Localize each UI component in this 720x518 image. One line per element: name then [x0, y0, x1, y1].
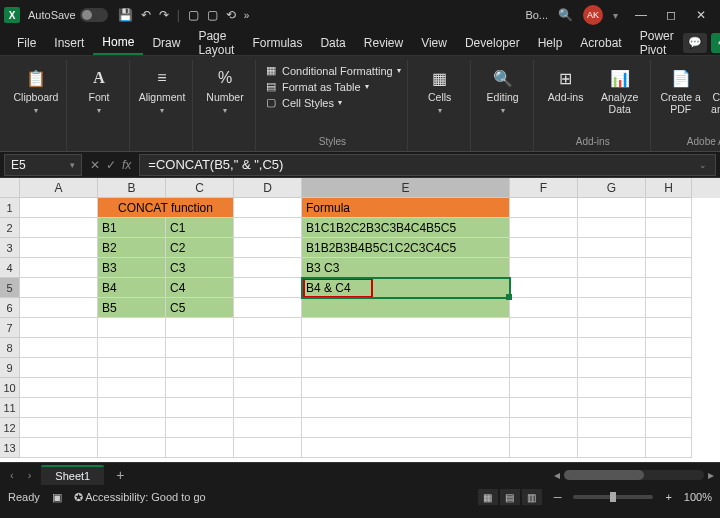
horizontal-scrollbar[interactable]: ◂ ▸ — [554, 468, 714, 482]
cell[interactable]: C1 — [166, 218, 234, 238]
cell[interactable] — [510, 398, 578, 418]
menu-tab-file[interactable]: File — [8, 32, 45, 54]
add-sheet-button[interactable]: + — [110, 467, 130, 483]
menu-tab-acrobat[interactable]: Acrobat — [571, 32, 630, 54]
cell[interactable] — [578, 358, 646, 378]
ribbon-options-icon[interactable]: ▾ — [613, 10, 618, 21]
cell[interactable] — [20, 298, 98, 318]
cell[interactable] — [510, 438, 578, 458]
cell[interactable] — [234, 298, 302, 318]
cell[interactable]: B4 & C4 — [302, 278, 510, 298]
menu-tab-home[interactable]: Home — [93, 31, 143, 55]
font-button[interactable]: AFont▾ — [75, 62, 123, 115]
cell[interactable] — [510, 378, 578, 398]
cell[interactable] — [510, 238, 578, 258]
cell[interactable]: B3 — [98, 258, 166, 278]
column-header[interactable]: A — [20, 178, 98, 198]
cell[interactable]: B4 — [98, 278, 166, 298]
close-button[interactable]: ✕ — [686, 1, 716, 29]
cell[interactable] — [20, 378, 98, 398]
cell[interactable]: Formula — [302, 198, 510, 218]
cell[interactable] — [166, 438, 234, 458]
cell[interactable] — [166, 338, 234, 358]
cell[interactable] — [234, 318, 302, 338]
expand-formula-icon[interactable]: ⌄ — [699, 160, 707, 170]
cell[interactable] — [510, 418, 578, 438]
cell[interactable] — [578, 218, 646, 238]
cell[interactable]: B1B2B3B4B5C1C2C3C4C5 — [302, 238, 510, 258]
cell[interactable] — [20, 438, 98, 458]
page-break-view-button[interactable]: ▥ — [522, 489, 542, 505]
macro-record-icon[interactable]: ▣ — [52, 491, 62, 504]
cell[interactable] — [302, 358, 510, 378]
row-header[interactable]: 10 — [0, 378, 20, 398]
cell[interactable] — [20, 258, 98, 278]
cells-button[interactable]: ▦Cells▾ — [416, 62, 464, 115]
cell[interactable] — [578, 318, 646, 338]
cell[interactable] — [234, 218, 302, 238]
cell[interactable] — [302, 338, 510, 358]
cell[interactable] — [578, 378, 646, 398]
cell[interactable] — [510, 298, 578, 318]
toggle-off-icon[interactable] — [80, 8, 108, 22]
redo-icon[interactable]: ↷ — [159, 8, 169, 22]
cell[interactable] — [578, 198, 646, 218]
cell[interactable] — [20, 398, 98, 418]
column-header[interactable]: B — [98, 178, 166, 198]
menu-tab-page-layout[interactable]: Page Layout — [189, 25, 243, 61]
row-header[interactable]: 9 — [0, 358, 20, 378]
spreadsheet-grid[interactable]: ABCDEFGH 12345678910111213 CONCAT functi… — [0, 178, 720, 462]
row-header[interactable]: 1 — [0, 198, 20, 218]
menu-tab-view[interactable]: View — [412, 32, 456, 54]
cell[interactable] — [20, 418, 98, 438]
select-all-corner[interactable] — [0, 178, 20, 198]
row-header[interactable]: 6 — [0, 298, 20, 318]
cell[interactable] — [234, 438, 302, 458]
cell[interactable] — [646, 218, 692, 238]
qat-icon[interactable]: ▢ — [207, 8, 218, 22]
qat-more-icon[interactable]: » — [244, 10, 250, 21]
cell[interactable] — [302, 438, 510, 458]
cell[interactable] — [578, 238, 646, 258]
row-header[interactable]: 8 — [0, 338, 20, 358]
document-title[interactable]: Bo... — [525, 9, 548, 21]
menu-tab-review[interactable]: Review — [355, 32, 412, 54]
cell[interactable] — [578, 398, 646, 418]
cell[interactable] — [234, 258, 302, 278]
qat-icon[interactable]: ▢ — [188, 8, 199, 22]
editing-button[interactable]: 🔍Editing▾ — [479, 62, 527, 115]
name-box[interactable]: E5▾ — [4, 154, 82, 176]
cell[interactable] — [20, 238, 98, 258]
row-header[interactable]: 11 — [0, 398, 20, 418]
cell[interactable] — [166, 358, 234, 378]
zoom-slider[interactable] — [573, 495, 653, 499]
zoom-out-button[interactable]: ─ — [554, 491, 562, 503]
cell[interactable]: CONCAT function — [98, 198, 234, 218]
cell[interactable] — [98, 398, 166, 418]
zoom-in-button[interactable]: + — [665, 491, 671, 503]
cell[interactable] — [166, 318, 234, 338]
fx-icon[interactable]: fx — [122, 158, 131, 172]
conditional-formatting-button[interactable]: ▦Conditional Formatting ▾ — [264, 64, 401, 77]
cell[interactable] — [510, 358, 578, 378]
cell[interactable] — [166, 398, 234, 418]
cell[interactable] — [234, 358, 302, 378]
cell[interactable] — [20, 198, 98, 218]
cell[interactable]: B5 — [98, 298, 166, 318]
cell[interactable] — [98, 418, 166, 438]
column-header[interactable]: D — [234, 178, 302, 198]
cell[interactable] — [510, 338, 578, 358]
cell[interactable] — [646, 438, 692, 458]
row-header[interactable]: 3 — [0, 238, 20, 258]
sheet-tab-active[interactable]: Sheet1 — [41, 465, 104, 485]
cell[interactable] — [166, 418, 234, 438]
cell[interactable]: B2 — [98, 238, 166, 258]
menu-tab-formulas[interactable]: Formulas — [243, 32, 311, 54]
search-icon[interactable]: 🔍 — [558, 8, 573, 22]
row-header[interactable]: 5 — [0, 278, 20, 298]
cell[interactable] — [20, 338, 98, 358]
row-header[interactable]: 4 — [0, 258, 20, 278]
cell[interactable]: B1 — [98, 218, 166, 238]
cell[interactable] — [20, 358, 98, 378]
cell[interactable] — [646, 258, 692, 278]
